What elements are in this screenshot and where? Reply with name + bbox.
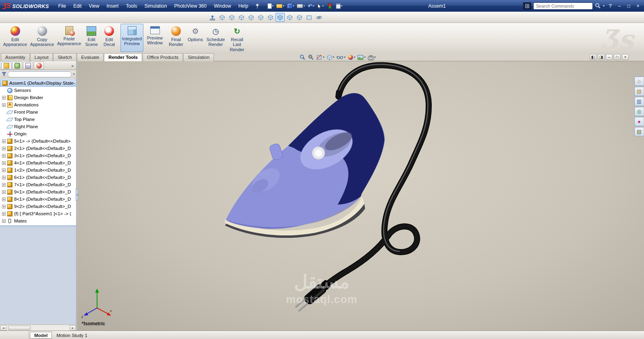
- view-front-button[interactable]: [217, 13, 227, 22]
- menu-view[interactable]: View: [85, 2, 103, 10]
- menu-simulation[interactable]: Simulation: [141, 2, 170, 10]
- view-trimetric-button[interactable]: [285, 13, 294, 22]
- section-view-button[interactable]: ▾: [316, 54, 325, 61]
- pane-right-button[interactable]: ◨: [598, 54, 605, 60]
- tab-assembly[interactable]: Assembly: [1, 53, 30, 61]
- menu-photoview360[interactable]: PhotoView 360: [170, 2, 210, 10]
- recall-last-render-button[interactable]: ↻ Recall Last Render: [226, 24, 248, 52]
- options-button[interactable]: ⚙ Options: [186, 24, 205, 52]
- propertymanager-tab[interactable]: [12, 62, 22, 69]
- edit-decal-button[interactable]: Edit Decal: [100, 24, 118, 52]
- rebuild-button[interactable]: [326, 2, 334, 10]
- file-explorer-tab[interactable]: ▥: [634, 97, 644, 106]
- restore-button[interactable]: □: [625, 3, 632, 9]
- tab-render-tools[interactable]: Render Tools: [104, 53, 142, 61]
- expander-icon[interactable]: +: [2, 168, 6, 172]
- expander-icon[interactable]: +: [2, 154, 6, 158]
- pane-left-button[interactable]: ◧: [590, 54, 596, 60]
- scroll-left-button[interactable]: ◄: [0, 325, 6, 331]
- tree-item-component[interactable]: + 7<1> (Default<<Default>_D: [0, 181, 76, 188]
- tree-item-component[interactable]: + 3<1> (Default<<Default>_D: [0, 152, 76, 159]
- custom-properties-tab[interactable]: ▧: [634, 127, 644, 136]
- search-caret-icon[interactable]: ▾: [603, 4, 605, 8]
- tree-filter-input[interactable]: [8, 71, 72, 77]
- tab-simulation[interactable]: Simulation: [183, 53, 214, 61]
- scrollbar-thumb[interactable]: [8, 326, 31, 330]
- view-right-button[interactable]: [246, 13, 256, 22]
- tree-item-front-plane[interactable]: Front Plane: [0, 108, 76, 116]
- tree-item-component[interactable]: + 4<1> (Default<<Default>_D: [0, 159, 76, 166]
- displaymanager-tab[interactable]: [34, 62, 44, 69]
- tree-item-right-plane[interactable]: Right Plane: [0, 123, 76, 130]
- tree-item-design-binder[interactable]: + Design Binder: [0, 94, 76, 101]
- expander-icon[interactable]: +: [2, 205, 6, 208]
- tab-sketch[interactable]: Sketch: [53, 53, 76, 61]
- expander-icon[interactable]: +: [2, 190, 6, 194]
- expander-icon[interactable]: +: [2, 212, 6, 216]
- tree-item-component[interactable]: + 9<1> (Default<<Default>_D: [0, 188, 76, 195]
- panel-splitter-handle[interactable]: ◄: [76, 189, 78, 201]
- tab-motion-study[interactable]: Motion Study 1: [52, 332, 92, 339]
- tab-evaluate[interactable]: Evaluate: [77, 53, 104, 61]
- tab-model[interactable]: Model: [30, 332, 52, 339]
- copy-appearance-button[interactable]: Copy Appearance: [29, 24, 56, 52]
- normal-to-button[interactable]: [208, 13, 217, 22]
- viewport-close-button[interactable]: ×: [622, 54, 629, 60]
- expander-icon[interactable]: +: [2, 176, 6, 179]
- search-icon[interactable]: [595, 3, 601, 9]
- preview-window-button[interactable]: Preview Window: [143, 24, 166, 52]
- search-scope-button[interactable]: [523, 2, 531, 10]
- view-top-button[interactable]: [256, 13, 265, 22]
- single-view-button[interactable]: [304, 13, 314, 22]
- edit-scene-button[interactable]: Edit Scene: [83, 24, 100, 52]
- tree-item-component[interactable]: + 8<1> (Default<<Default>_D: [0, 195, 76, 203]
- help-button[interactable]: ?: [607, 3, 614, 9]
- undo-button[interactable]: ↶▾: [307, 2, 315, 10]
- tree-item-component[interactable]: + 6<1> (Default<<Default>_D: [0, 174, 76, 181]
- solidworks-resources-tab[interactable]: ⌂: [634, 77, 644, 86]
- panel-horizontal-scrollbar[interactable]: ◄ ►: [0, 324, 76, 331]
- expander-icon[interactable]: +: [2, 219, 6, 223]
- edit-appearance-hud-button[interactable]: ▾: [347, 54, 356, 61]
- graphics-viewport[interactable]: z x *Isometric مستقل mostaql.com: [77, 61, 644, 331]
- zoom-fit-button[interactable]: [299, 54, 306, 61]
- final-render-button[interactable]: Final Render: [166, 24, 186, 52]
- minimize-button[interactable]: –: [616, 3, 623, 9]
- menu-edit[interactable]: Edit: [70, 2, 85, 10]
- new-document-button[interactable]: ▾: [266, 2, 274, 10]
- tree-item-fixed-part[interactable]: + (f) [ Part3^Assem1 ]<1> -> (: [0, 210, 76, 217]
- hide-show-items-button[interactable]: ▾: [336, 54, 346, 61]
- expander-icon[interactable]: +: [2, 198, 6, 201]
- expander-icon[interactable]: +: [2, 96, 6, 100]
- view-left-button[interactable]: [237, 13, 246, 22]
- edit-appearance-button[interactable]: Edit Appearance: [2, 24, 29, 52]
- expander-icon[interactable]: +: [2, 147, 6, 150]
- menu-help[interactable]: Help: [235, 2, 252, 10]
- tree-item-component[interactable]: + 1<2> (Default<<Default>_D: [0, 166, 76, 174]
- view-back-button[interactable]: [227, 13, 236, 22]
- tab-layout[interactable]: Layout: [30, 53, 53, 61]
- tree-item-origin[interactable]: Origin: [0, 130, 76, 137]
- tree-item-mates[interactable]: + Mates: [0, 217, 76, 225]
- search-input[interactable]: [533, 2, 593, 10]
- tree-item-component[interactable]: + 2<1> (Default<<Default>_D: [0, 145, 76, 152]
- view-dimetric-button[interactable]: [295, 13, 304, 22]
- file-properties-button[interactable]: ▾: [335, 2, 344, 10]
- featuremanager-tab[interactable]: [1, 62, 11, 69]
- configurationmanager-tab[interactable]: [23, 62, 33, 69]
- tree-item-component[interactable]: + 5<1> -> (Default<<Default>: [0, 137, 76, 145]
- menu-window[interactable]: Window: [210, 2, 235, 10]
- tree-item-sensors[interactable]: Sensors: [0, 87, 76, 94]
- paste-appearance-button[interactable]: Paste Appearance: [56, 24, 83, 52]
- expander-icon[interactable]: +: [2, 161, 6, 165]
- appearances-scenes-tab[interactable]: ●: [634, 117, 644, 126]
- scroll-right-button[interactable]: ►: [70, 325, 76, 331]
- tree-item-assembly-root[interactable]: Assem1 (Default<Display State-: [0, 79, 76, 87]
- apply-scene-button[interactable]: ▾: [357, 54, 366, 61]
- print-button[interactable]: ▾: [296, 2, 306, 10]
- panel-tabs-overflow-button[interactable]: »: [71, 63, 76, 68]
- pin-icon[interactable]: [255, 3, 260, 9]
- expander-icon[interactable]: +: [2, 183, 6, 187]
- search-pane-tab[interactable]: ◎: [634, 107, 644, 116]
- integrated-preview-button[interactable]: Integrated Preview: [120, 24, 143, 52]
